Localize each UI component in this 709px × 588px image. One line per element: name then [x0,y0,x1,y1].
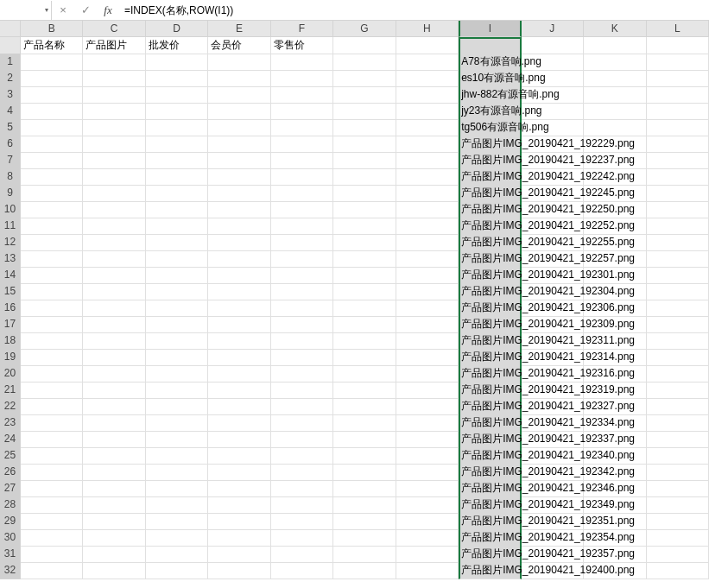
cell-E[interactable] [208,414,270,432]
cell-F[interactable] [271,365,333,383]
cell-H[interactable] [396,54,459,71]
cell-E[interactable] [208,480,270,497]
cell-value-i[interactable]: 产品图片IMG_20190421_192229.png [459,136,635,152]
cell-C[interactable] [83,480,145,497]
cell-H[interactable] [396,70,459,87]
cell-D[interactable] [146,54,208,71]
cell-E[interactable] [208,250,270,268]
cell-value-i[interactable]: 产品图片IMG_20190421_192334.png [459,414,635,431]
cell-B[interactable] [21,136,83,153]
cell-L[interactable] [647,529,709,547]
row-header-blank[interactable] [0,37,21,54]
cell-G[interactable] [333,283,396,300]
cell-B[interactable] [21,152,83,169]
cell-B[interactable] [21,250,83,268]
cell-D[interactable] [146,414,208,432]
cell-E[interactable] [208,267,270,284]
cell-G[interactable] [333,234,396,251]
cell-G[interactable] [333,218,396,235]
cell-C[interactable] [83,70,145,87]
header-cell-D[interactable]: 批发价 [146,37,208,54]
cell-F[interactable] [271,546,333,563]
cell-E[interactable] [208,382,270,399]
cell-D[interactable] [146,546,208,563]
cell-E[interactable] [208,546,270,563]
cell-G[interactable] [333,496,396,514]
cell-D[interactable] [146,300,208,317]
cell-L[interactable] [647,562,709,579]
cell-L[interactable] [647,332,709,350]
cell-value-i[interactable]: A78有源音响.png [459,54,541,70]
cell-G[interactable] [333,382,396,399]
cell-D[interactable] [146,250,208,268]
cell-B[interactable] [21,464,83,481]
cell-G[interactable] [333,464,396,481]
cell-H[interactable] [396,86,459,104]
cell-C[interactable] [83,546,145,563]
cell-L[interactable] [647,168,709,186]
cell-E[interactable] [208,86,270,104]
cell-C[interactable] [83,349,145,366]
cell-value-i[interactable]: 产品图片IMG_20190421_192340.png [459,447,635,464]
cell-C[interactable] [83,464,145,481]
cell-L[interactable] [647,513,709,530]
column-header-I[interactable]: I [459,21,521,37]
cell-value-i[interactable]: 产品图片IMG_20190421_192314.png [459,349,635,365]
cell-value-i[interactable]: tg506有源音响.png [459,119,548,136]
row-header[interactable]: 15 [0,283,21,300]
cell-G[interactable] [333,168,396,186]
cell-K[interactable] [584,86,646,104]
cell-G[interactable] [333,54,396,71]
cell-value-i[interactable]: 产品图片IMG_20190421_192354.png [459,529,635,546]
cell-B[interactable] [21,70,83,87]
cell-value-i[interactable]: 产品图片IMG_20190421_192349.png [459,496,635,513]
cell-E[interactable] [208,54,270,71]
spreadsheet-grid[interactable]: BCDEFGHIJKL产品名称产品图片批发价会员价零售价1A78有源音响.png… [0,21,709,579]
cell-C[interactable] [83,382,145,399]
cell-L[interactable] [647,480,709,497]
cell-D[interactable] [146,86,208,104]
cell-G[interactable] [333,103,396,120]
cell-H[interactable] [396,513,459,530]
cell-E[interactable] [208,119,270,136]
cell-F[interactable] [271,480,333,497]
cell-L[interactable] [647,86,709,104]
cell-G[interactable] [333,316,396,333]
cell-L[interactable] [647,185,709,202]
cell-K[interactable] [584,70,646,87]
cell-L[interactable] [647,218,709,235]
cell-H[interactable] [396,480,459,497]
cell-D[interactable] [146,136,208,153]
column-header-K[interactable]: K [584,21,646,37]
cell-value-i[interactable]: 产品图片IMG_20190421_192351.png [459,513,635,529]
row-header[interactable]: 8 [0,168,21,186]
cell-D[interactable] [146,119,208,136]
cell-F[interactable] [271,431,333,448]
cell-L[interactable] [647,464,709,481]
cell-H[interactable] [396,546,459,563]
formula-input[interactable]: =INDEX(名称,ROW(I1)) [119,1,709,20]
cell-F[interactable] [271,398,333,415]
cell-F[interactable] [271,496,333,514]
cell-H[interactable] [396,447,459,465]
cell-F[interactable] [271,529,333,547]
cell-D[interactable] [146,431,208,448]
cell-H[interactable] [396,562,459,579]
cell-E[interactable] [208,496,270,514]
column-header-B[interactable]: B [21,21,83,37]
cell-D[interactable] [146,398,208,415]
row-header[interactable]: 5 [0,119,21,136]
cell-F[interactable] [271,201,333,218]
cell-G[interactable] [333,349,396,366]
cell-G[interactable] [333,300,396,317]
cell-H[interactable] [396,250,459,268]
cell-C[interactable] [83,234,145,251]
cell-H[interactable] [396,349,459,366]
cell-C[interactable] [83,136,145,153]
cell-D[interactable] [146,513,208,530]
cell-B[interactable] [21,54,83,71]
cell-F[interactable] [271,513,333,530]
cell-C[interactable] [83,513,145,530]
column-header-H[interactable]: H [396,21,459,37]
cell-H[interactable] [396,365,459,383]
